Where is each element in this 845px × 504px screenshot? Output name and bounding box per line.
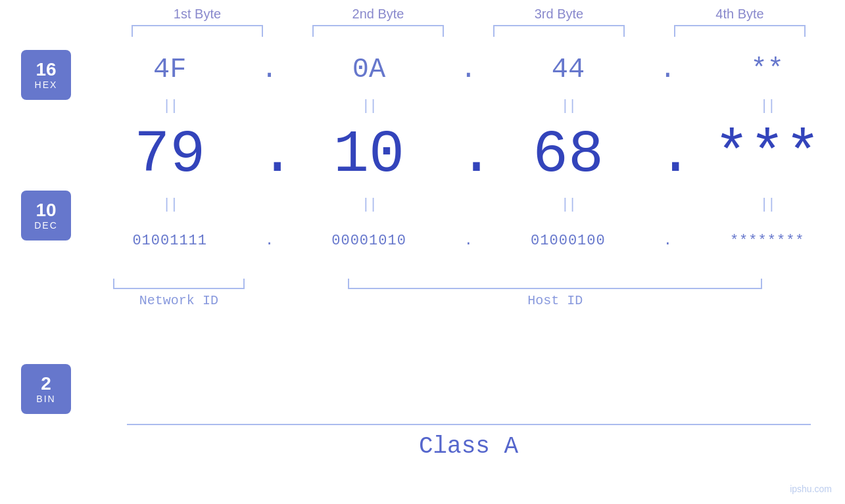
eq-8: || bbox=[702, 196, 833, 213]
network-id-label: Network ID bbox=[113, 293, 245, 308]
dot-bin-3: . bbox=[658, 233, 677, 249]
eq-4: || bbox=[702, 98, 833, 114]
dot-hex-3: . bbox=[658, 54, 677, 85]
dec-label: DEC bbox=[34, 220, 58, 231]
dec-number: 10 bbox=[36, 200, 56, 221]
byte4-header: 4th Byte bbox=[667, 7, 812, 22]
values-area: 4F . 0A . 44 . ** || || || || 79 bbox=[92, 43, 845, 308]
dec-val-2: 10 bbox=[303, 126, 435, 185]
eq-7: || bbox=[502, 196, 634, 213]
host-id-label: Host ID bbox=[348, 293, 762, 308]
byte2-header: 2nd Byte bbox=[306, 7, 450, 22]
equals-row-1: || || || || bbox=[92, 96, 845, 116]
hex-val-4: ** bbox=[702, 54, 833, 85]
bin-val-1: 01001111 bbox=[104, 233, 235, 249]
hex-number: 16 bbox=[36, 60, 56, 80]
bin-row: 01001111 . 00001010 . 01000100 . *******… bbox=[92, 214, 845, 267]
eq-5: || bbox=[104, 196, 235, 213]
equals-row-2: || || || || bbox=[92, 195, 845, 214]
byte1-header: 1st Byte bbox=[125, 7, 270, 22]
bin-label: BIN bbox=[36, 394, 55, 404]
bracket-byte4 bbox=[674, 25, 806, 37]
bin-val-3: 01000100 bbox=[502, 233, 634, 249]
hex-val-2: 0A bbox=[303, 54, 435, 85]
bin-val-2: 00001010 bbox=[303, 233, 435, 249]
dot-dec-3: . bbox=[658, 126, 677, 185]
byte-headers: 1st Byte 2nd Byte 3rd Byte 4th Byte bbox=[107, 7, 831, 22]
watermark: ipshu.com bbox=[790, 484, 832, 494]
hex-label: HEX bbox=[35, 80, 58, 90]
eq-6: || bbox=[303, 196, 435, 213]
bracket-byte2 bbox=[312, 25, 444, 37]
hex-row: 4F . 0A . 44 . ** bbox=[92, 43, 845, 96]
main-grid: 16 HEX 10 DEC 2 BIN 4F . 0A . 44 bbox=[0, 43, 845, 414]
eq-1: || bbox=[104, 98, 235, 114]
hex-val-1: 4F bbox=[104, 54, 235, 85]
hex-val-3: 44 bbox=[502, 54, 634, 85]
main-container: 1st Byte 2nd Byte 3rd Byte 4th Byte 16 H… bbox=[0, 0, 845, 504]
dec-val-3: 68 bbox=[502, 126, 634, 185]
dec-row: 79 . 10 . 68 . *** bbox=[92, 116, 845, 195]
eq-3: || bbox=[502, 98, 634, 114]
dec-val-4: *** bbox=[702, 126, 833, 185]
byte3-header: 3rd Byte bbox=[487, 7, 631, 22]
bottom-brackets bbox=[92, 272, 845, 289]
dot-hex-1: . bbox=[260, 54, 279, 85]
dot-hex-2: . bbox=[458, 54, 478, 85]
dot-dec-1: . bbox=[260, 126, 279, 185]
eq-2: || bbox=[303, 98, 435, 114]
dot-dec-2: . bbox=[458, 126, 478, 185]
bracket-network bbox=[113, 279, 245, 289]
dec-badge: 10 DEC bbox=[21, 191, 71, 241]
class-section: Class A bbox=[127, 424, 811, 460]
badges-column: 16 HEX 10 DEC 2 BIN bbox=[0, 43, 92, 414]
top-brackets bbox=[107, 25, 831, 37]
bracket-host bbox=[348, 279, 762, 289]
hex-badge: 16 HEX bbox=[21, 50, 71, 100]
bracket-byte3 bbox=[493, 25, 625, 37]
dot-bin-2: . bbox=[458, 233, 478, 249]
dot-bin-1: . bbox=[260, 233, 279, 249]
bin-badge: 2 BIN bbox=[21, 364, 71, 414]
class-label: Class A bbox=[419, 433, 518, 460]
dec-val-1: 79 bbox=[104, 126, 235, 185]
bin-val-4: ******** bbox=[702, 233, 833, 249]
id-labels: Network ID Host ID bbox=[92, 293, 845, 308]
bin-number: 2 bbox=[41, 374, 51, 394]
bracket-byte1 bbox=[132, 25, 263, 37]
